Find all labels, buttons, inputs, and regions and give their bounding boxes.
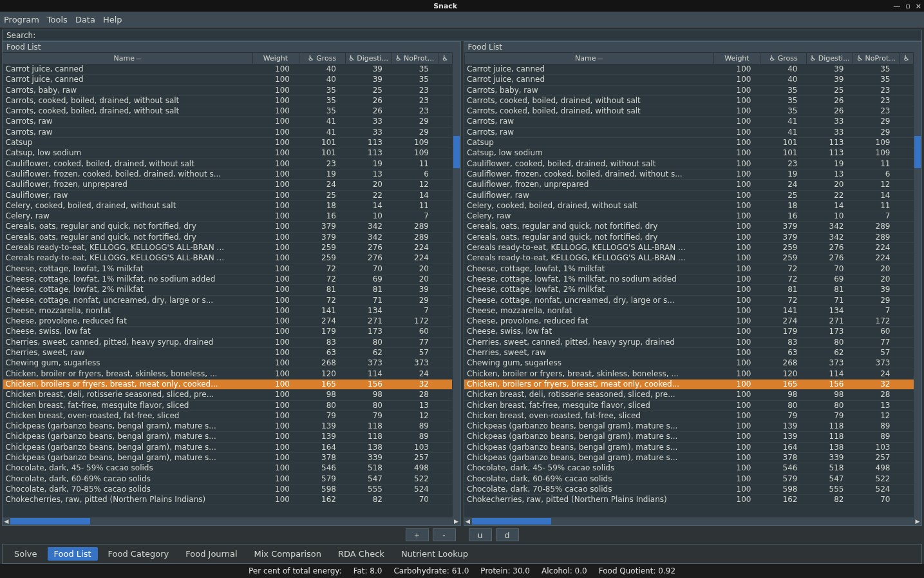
- table-row[interactable]: Catsup100101113109: [464, 138, 914, 148]
- table-row[interactable]: Cauliflower, raw100252214: [3, 190, 453, 200]
- table-row[interactable]: Cheese, swiss, low fat10017917360: [464, 327, 914, 337]
- table-row[interactable]: Chickpeas (garbanzo beans, bengal gram),…: [3, 452, 453, 463]
- table-row[interactable]: Celery, raw10016107: [464, 211, 914, 222]
- table-row[interactable]: Chocolate, dark, 45- 59% cacao solids100…: [464, 463, 914, 474]
- table-row[interactable]: Catsup, low sodium100101113109: [3, 148, 453, 159]
- table-row[interactable]: Carrots, baby, raw100352523: [3, 85, 453, 95]
- table-row[interactable]: Cereals ready-to-eat, KELLOGG, KELLOGG'S…: [464, 253, 914, 264]
- table-row[interactable]: Carrot juice, canned100403935: [464, 64, 914, 75]
- col-gross[interactable]: ♿ Gross: [299, 53, 345, 64]
- right-vertical-scrollbar[interactable]: [914, 52, 921, 517]
- table-row[interactable]: Cheese, swiss, low fat10017917360: [3, 327, 453, 337]
- table-row[interactable]: Carrot juice, canned100403935: [3, 64, 453, 75]
- table-row[interactable]: Cereals, oats, regular and quick, not fo…: [464, 222, 914, 232]
- table-row[interactable]: Chickpeas (garbanzo beans, bengal gram),…: [3, 442, 453, 452]
- tab-nutr[interactable]: Nutrient Lookup: [395, 547, 475, 561]
- table-row[interactable]: Cherries, sweet, raw100636257: [464, 348, 914, 358]
- table-row[interactable]: Chocolate, dark, 60-69% cacao solids1005…: [464, 474, 914, 484]
- table-row[interactable]: Chokecherries, raw, pitted (Northern Pla…: [3, 495, 453, 505]
- table-row[interactable]: Cherries, sweet, canned, pitted, heavy s…: [3, 337, 453, 347]
- table-row[interactable]: Cheese, provolone, reduced fat1002742711…: [464, 316, 914, 327]
- table-row[interactable]: Chicken, broilers or fryers, breast, mea…: [464, 379, 914, 389]
- table-row[interactable]: Cereals, oats, regular and quick, not fo…: [464, 232, 914, 242]
- add-button[interactable]: +: [406, 528, 429, 541]
- table-row[interactable]: Cauliflower, raw100252214: [464, 190, 914, 200]
- table-row[interactable]: Cauliflower, frozen, cooked, boiled, dra…: [3, 169, 453, 179]
- col-digest[interactable]: ♿ Digesti...: [807, 53, 853, 64]
- table-row[interactable]: Chickpeas (garbanzo beans, bengal gram),…: [464, 421, 914, 432]
- table-row[interactable]: Cauliflower, frozen, unprepared100242012: [464, 180, 914, 190]
- col-weight[interactable]: Weight: [252, 53, 299, 64]
- table-row[interactable]: Cherries, sweet, raw100636257: [3, 348, 453, 358]
- table-row[interactable]: Carrots, raw100413329: [464, 127, 914, 137]
- table-row[interactable]: Chocolate, dark, 60-69% cacao solids1005…: [3, 474, 453, 484]
- table-row[interactable]: Carrots, cooked, boiled, drained, withou…: [3, 95, 453, 106]
- table-row[interactable]: Cheese, cottage, lowfat, 1% milkfat, no …: [3, 274, 453, 284]
- scroll-left-arrow-icon[interactable]: ◀: [464, 517, 472, 525]
- table-row[interactable]: Cereals ready-to-eat, KELLOGG, KELLOGG'S…: [464, 243, 914, 253]
- table-row[interactable]: Cheese, cottage, lowfat, 2% milkfat10081…: [3, 285, 453, 295]
- table-row[interactable]: Chicken, broilers or fryers, breast, mea…: [3, 379, 453, 389]
- table-row[interactable]: Cereals ready-to-eat, KELLOGG, KELLOGG'S…: [3, 243, 453, 253]
- menu-help[interactable]: Help: [103, 15, 122, 24]
- col-weight[interactable]: Weight: [714, 53, 760, 64]
- table-row[interactable]: Chewing gum, sugarless100268373373: [3, 358, 453, 369]
- table-row[interactable]: Celery, raw10016107: [3, 211, 453, 222]
- table-row[interactable]: Chickpeas (garbanzo beans, bengal gram),…: [3, 421, 453, 432]
- tab-journal[interactable]: Food Journal: [179, 547, 243, 561]
- table-row[interactable]: Cauliflower, frozen, cooked, boiled, dra…: [464, 169, 914, 179]
- table-row[interactable]: Cheese, cottage, lowfat, 1% milkfat, no …: [464, 274, 914, 284]
- tab-foodcat[interactable]: Food Category: [102, 547, 176, 561]
- table-row[interactable]: Carrots, cooked, boiled, drained, withou…: [3, 106, 453, 117]
- table-row[interactable]: Cheese, provolone, reduced fat1002742711…: [3, 316, 453, 327]
- table-row[interactable]: Cheese, mozzarella, nonfat1001411347: [3, 305, 453, 316]
- col-name[interactable]: Name—: [464, 53, 714, 64]
- table-row[interactable]: Chicken breast, deli, rotisserie seasone…: [464, 390, 914, 400]
- table-row[interactable]: Chocolate, dark, 45- 59% cacao solids100…: [3, 463, 453, 474]
- col-more[interactable]: ♿: [900, 53, 914, 64]
- table-row[interactable]: Chocolate, dark, 70-85% cacao solids1005…: [464, 484, 914, 494]
- table-row[interactable]: Chicken breast, fat-free, mesquite flavo…: [3, 400, 453, 410]
- table-row[interactable]: Chokecherries, raw, pitted (Northern Pla…: [464, 495, 914, 505]
- table-row[interactable]: Cereals ready-to-eat, KELLOGG, KELLOGG'S…: [3, 253, 453, 264]
- table-row[interactable]: Cheese, cottage, lowfat, 1% milkfat10072…: [3, 264, 453, 274]
- table-row[interactable]: Chicken breast, oven-roasted, fat-free, …: [3, 410, 453, 421]
- table-row[interactable]: Chickpeas (garbanzo beans, bengal gram),…: [464, 452, 914, 463]
- table-row[interactable]: Celery, cooked, boiled, drained, without…: [464, 200, 914, 211]
- scroll-right-arrow-icon[interactable]: ▶: [453, 517, 460, 525]
- table-row[interactable]: Cauliflower, cooked, boiled, drained, wi…: [464, 159, 914, 169]
- move-down-button[interactable]: d: [496, 528, 519, 541]
- table-row[interactable]: Chicken, broiler or fryers, breast, skin…: [464, 369, 914, 379]
- table-row[interactable]: Chickpeas (garbanzo beans, bengal gram),…: [3, 432, 453, 442]
- table-row[interactable]: Carrots, cooked, boiled, drained, withou…: [464, 106, 914, 117]
- search-input[interactable]: [38, 31, 918, 41]
- tab-mix[interactable]: Mix Comparison: [248, 547, 328, 561]
- table-row[interactable]: Chocolate, dark, 70-85% cacao solids1005…: [3, 484, 453, 494]
- right-food-table[interactable]: Name— Weight ♿ Gross ♿ Digesti... ♿ NoPr…: [464, 52, 914, 505]
- menu-program[interactable]: Program: [4, 15, 39, 24]
- table-row[interactable]: Cheese, cottage, nonfat, uncreamed, dry,…: [3, 295, 453, 305]
- table-row[interactable]: Celery, cooked, boiled, drained, without…: [3, 200, 453, 211]
- table-row[interactable]: Cherries, sweet, canned, pitted, heavy s…: [464, 337, 914, 347]
- table-row[interactable]: Cereals, oats, regular and quick, not fo…: [3, 232, 453, 242]
- menu-tools[interactable]: Tools: [47, 15, 68, 24]
- table-row[interactable]: Cheese, cottage, lowfat, 2% milkfat10081…: [464, 285, 914, 295]
- table-row[interactable]: Chicken, broiler or fryers, breast, skin…: [3, 369, 453, 379]
- table-row[interactable]: Carrots, raw100413329: [464, 117, 914, 127]
- col-digest[interactable]: ♿ Digesti...: [345, 53, 391, 64]
- left-vertical-scrollbar[interactable]: [453, 52, 460, 517]
- window-minimize-icon[interactable]: —: [891, 2, 903, 10]
- table-row[interactable]: Carrots, raw100413329: [3, 117, 453, 127]
- col-noprot[interactable]: ♿ NoProt...: [853, 53, 900, 64]
- table-row[interactable]: Chickpeas (garbanzo beans, bengal gram),…: [464, 432, 914, 442]
- table-row[interactable]: Cauliflower, frozen, unprepared100242012: [3, 180, 453, 190]
- window-close-icon[interactable]: ×: [913, 2, 924, 10]
- table-row[interactable]: Cheese, cottage, nonfat, uncreamed, dry,…: [464, 295, 914, 305]
- move-up-button[interactable]: u: [469, 528, 492, 541]
- table-row[interactable]: Carrot juice, canned100403935: [464, 75, 914, 85]
- table-row[interactable]: Chicken breast, oven-roasted, fat-free, …: [464, 410, 914, 421]
- table-row[interactable]: Cheese, cottage, lowfat, 1% milkfat10072…: [464, 264, 914, 274]
- table-row[interactable]: Carrots, baby, raw100352523: [464, 85, 914, 95]
- table-row[interactable]: Chicken breast, fat-free, mesquite flavo…: [464, 400, 914, 410]
- tab-foodlist[interactable]: Food List: [48, 547, 98, 561]
